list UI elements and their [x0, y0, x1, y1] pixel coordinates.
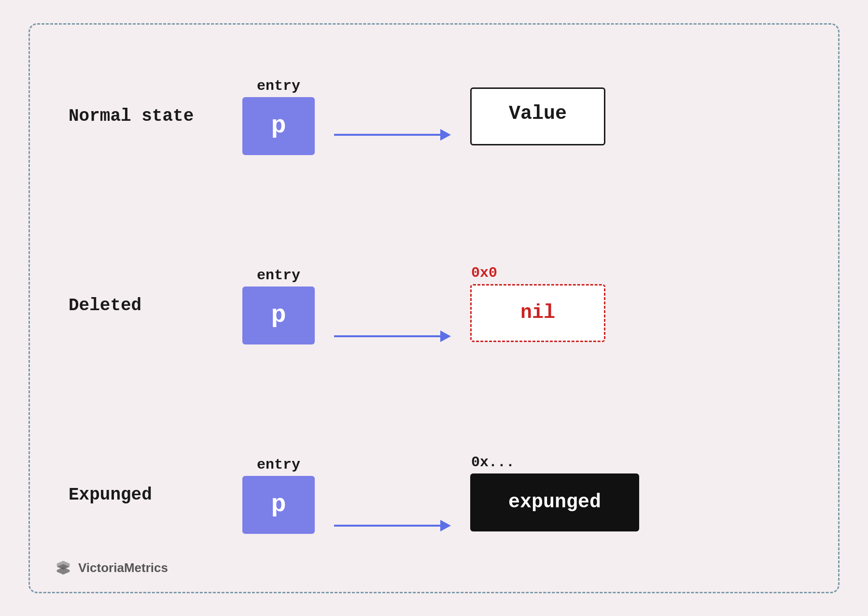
deleted-arrow	[334, 330, 451, 347]
normal-arrow-head	[440, 129, 451, 141]
normal-arrow-value: Value	[315, 87, 799, 145]
deleted-entry-box: p	[242, 287, 315, 344]
expunged-value-box: expunged	[470, 473, 639, 531]
normal-state-label: Normal state	[69, 106, 204, 126]
normal-entry-label: entry	[257, 78, 300, 94]
logo-text: VictoriaMetrics	[78, 560, 168, 575]
expunged-right-group: 0x... expunged	[470, 454, 639, 536]
deleted-addr-label: 0x0	[471, 265, 497, 281]
expunged-state-label: Expunged	[69, 485, 204, 505]
expunged-entry-letter: p	[271, 490, 286, 519]
deleted-arrow-line	[334, 335, 440, 337]
normal-state-row: Normal state entry p Value	[69, 44, 799, 189]
expunged-value-text: expunged	[508, 491, 601, 513]
expunged-state-row: Expunged entry p 0x... expunged	[69, 423, 799, 568]
deleted-state-row: Deleted entry p 0x0 nil	[69, 233, 799, 378]
expunged-arrow	[334, 520, 451, 536]
expunged-entry-label: entry	[257, 457, 300, 473]
expunged-entry-box: p	[242, 476, 315, 534]
logo-area: VictoriaMetrics	[54, 559, 168, 577]
deleted-entry-letter: p	[271, 301, 286, 329]
expunged-addr-label: 0x...	[471, 454, 515, 471]
deleted-value-box: nil	[470, 284, 605, 342]
deleted-arrow-value: 0x0 nil	[315, 265, 799, 347]
expunged-arrow-line	[334, 525, 440, 527]
expunged-arrow-head	[440, 520, 451, 531]
normal-arrow	[334, 129, 451, 145]
deleted-entry-group: entry p	[242, 267, 315, 344]
deleted-arrow-head	[440, 330, 451, 342]
normal-value-text: Value	[509, 103, 567, 125]
expunged-arrow-value: 0x... expunged	[315, 454, 799, 536]
diagram-container: Normal state entry p Value Deleted entry…	[28, 23, 840, 593]
normal-entry-group: entry p	[242, 78, 315, 155]
deleted-entry-label: entry	[257, 267, 300, 284]
normal-arrow-line	[334, 134, 440, 136]
deleted-state-label: Deleted	[69, 296, 204, 315]
expunged-entry-group: entry p	[242, 457, 315, 534]
deleted-right-group: 0x0 nil	[470, 265, 605, 347]
deleted-value-text: nil	[520, 302, 555, 324]
normal-entry-box: p	[242, 97, 315, 155]
victoriametrics-logo-icon	[54, 559, 72, 577]
normal-entry-letter: p	[271, 112, 286, 140]
normal-value-box: Value	[470, 87, 605, 145]
